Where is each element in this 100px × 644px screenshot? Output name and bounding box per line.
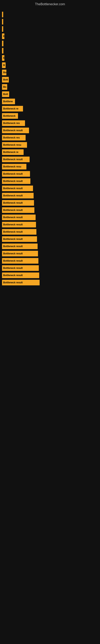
bar-row: Bottleneck result	[2, 193, 98, 198]
bottleneck-bar: Bottleneck result	[2, 214, 36, 220]
bar-row: Bo	[2, 70, 98, 75]
bottleneck-bar: Bottleneck res	[2, 120, 25, 126]
bottleneck-bar: Bottleneck result	[2, 222, 36, 228]
bottleneck-bar: |	[2, 12, 3, 17]
bar-row: Bott	[2, 77, 98, 82]
bar-row: |	[2, 41, 98, 46]
bottleneck-bar: |	[2, 41, 3, 46]
bottleneck-bar: Bottleneck	[2, 113, 18, 119]
bottleneck-bar: Bott	[2, 77, 9, 82]
bottleneck-bar: Bottleneck result	[2, 178, 30, 184]
bottleneck-bar: Bottleneck result	[2, 272, 39, 278]
bar-row: Bottleneck result	[2, 178, 98, 184]
bar-row: |	[2, 19, 98, 24]
bar-row: Bottleneck resu	[2, 142, 98, 148]
bar-row: E	[2, 55, 98, 61]
bar-row: Bo	[2, 84, 98, 90]
bottleneck-bar: Bottleneck result	[2, 236, 37, 242]
bar-row: Bottleneck result	[2, 222, 98, 228]
bar-row: Bottleneck result	[2, 156, 98, 162]
bottleneck-bar: Bottleneck result	[2, 207, 34, 213]
bar-row: Bottleneck result	[2, 236, 98, 242]
bottleneck-bar: Bottleneck res	[2, 135, 26, 140]
bottleneck-bar: Bottleneck result	[2, 280, 40, 285]
bar-row: Bottleneck	[2, 113, 98, 119]
bar-row: Bottleneck result	[2, 200, 98, 206]
bottleneck-bar: E	[2, 55, 4, 61]
bottleneck-bar: Bottleneck result	[2, 251, 38, 256]
bottleneck-bar: Bottleneck result	[2, 186, 33, 191]
bottleneck-bar: Bottleneck resu	[2, 164, 26, 170]
bottleneck-bar: Bottleneck result	[2, 244, 38, 249]
bar-row: Bottleneck result	[2, 186, 98, 191]
bar-row: E	[2, 34, 98, 39]
bottleneck-bar: Bottleneck result	[2, 156, 30, 162]
bottleneck-bar: |	[2, 48, 3, 54]
bottleneck-bar: Bottleneck re	[2, 149, 24, 155]
bottleneck-bar: Bottlene	[2, 98, 15, 104]
bottleneck-bar: Bo	[2, 70, 6, 75]
bar-row: Bottleneck result	[2, 244, 98, 249]
bar-row: |	[2, 26, 98, 32]
bar-row: Bottleneck result	[2, 280, 98, 285]
bar-row: Bottleneck re	[2, 149, 98, 155]
site-title: TheBottlenecker.com	[0, 0, 100, 8]
bar-row: Bottleneck result	[2, 258, 98, 264]
bottleneck-bar: E	[2, 34, 4, 39]
bottleneck-bar: |	[2, 26, 3, 32]
bottleneck-bar: Bottleneck result	[2, 258, 38, 264]
bar-row: Bottleneck result	[2, 265, 98, 271]
bottleneck-bar: Bott	[2, 91, 9, 97]
bottleneck-bar: Bottleneck result	[2, 200, 34, 206]
bar-row: Bottleneck result	[2, 171, 98, 177]
bar-row: Bottleneck result	[2, 128, 98, 133]
bottleneck-bar: Bottleneck result	[2, 229, 36, 235]
bottleneck-bar: Bottleneck result	[2, 171, 30, 177]
bar-row: Bottleneck result	[2, 251, 98, 256]
bar-row: Bottleneck res	[2, 135, 98, 140]
bar-row: Bottleneck result	[2, 229, 98, 235]
bottleneck-bar: |	[2, 19, 3, 24]
bar-row: Bott	[2, 91, 98, 97]
bar-row: Bottleneck res	[2, 120, 98, 126]
bar-row: |	[2, 12, 98, 17]
bars-container: |||E||EBBoBottBoBottBottleneBottleneck r…	[0, 8, 100, 287]
bar-row: |	[2, 48, 98, 54]
bar-row: Bottleneck result	[2, 214, 98, 220]
bar-row: Bottleneck result	[2, 207, 98, 213]
bar-row: Bottlene	[2, 98, 98, 104]
bar-row: B	[2, 62, 98, 68]
bottleneck-bar: Bottleneck result	[2, 193, 34, 198]
bottleneck-bar: Bo	[2, 84, 7, 90]
bar-row: Bottleneck resu	[2, 164, 98, 170]
bottleneck-bar: Bottleneck resu	[2, 142, 27, 148]
bar-row: Bottleneck result	[2, 272, 98, 278]
bottleneck-bar: B	[2, 62, 6, 68]
bottleneck-bar: Bottleneck result	[2, 128, 29, 133]
bottleneck-bar: Bottleneck re	[2, 106, 23, 112]
bar-row: Bottleneck re	[2, 106, 98, 112]
bottleneck-bar: Bottleneck result	[2, 265, 39, 271]
